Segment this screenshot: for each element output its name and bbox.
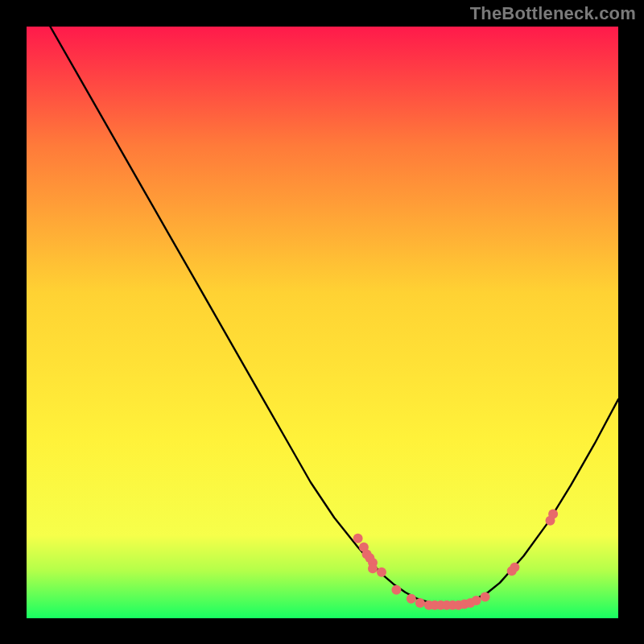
data-point (407, 594, 416, 604)
data-point (548, 510, 558, 519)
plot-background (27, 27, 618, 618)
data-point (377, 568, 386, 577)
data-point (391, 585, 401, 595)
data-point (415, 598, 425, 608)
data-point (368, 564, 378, 573)
chart-stage: TheBottleneck.com (0, 0, 644, 644)
data-point (481, 592, 490, 602)
data-point (510, 563, 519, 572)
attribution-text: TheBottleneck.com (470, 3, 636, 24)
bottleneck-chart (0, 0, 644, 644)
data-point (472, 596, 481, 605)
data-point (353, 534, 363, 543)
